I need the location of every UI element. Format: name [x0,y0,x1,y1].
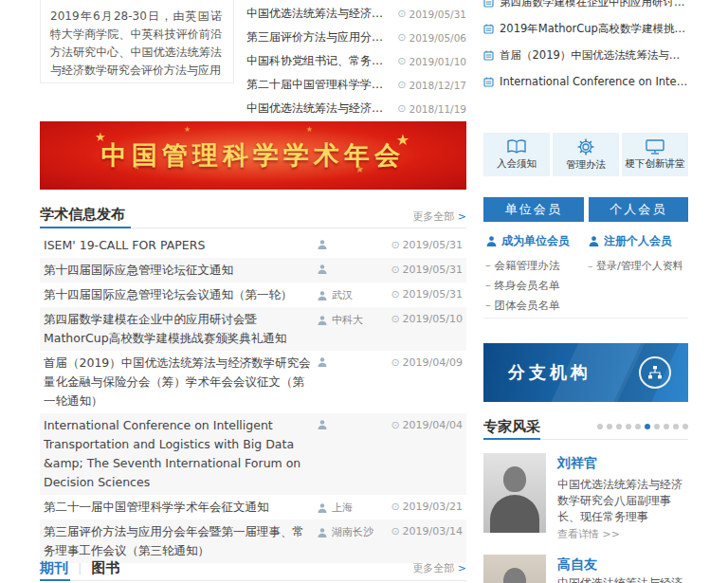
lecture-screen-icon [646,139,664,155]
news-title[interactable]: 第四届数学建模在企业中的应用研讨会暨MathorCup... [500,0,688,9]
table-row[interactable]: 首届（2019）中国优选法统筹法与经济数学研究会量化金融与保险分会（筹）学术年会… [40,351,466,413]
carousel-dot[interactable] [616,424,622,429]
sitemap-icon-circle [639,356,671,389]
table-row[interactable]: International Conference on Intelligent … [40,413,466,495]
register-personal-member-label: 注册个人会员 [604,233,672,249]
news-title[interactable]: 2019年MathorCup高校数学建模挑战赛赛题发布 [500,22,688,36]
notice-location: 湖南长沙 [332,525,373,539]
more-label: 更多全部 [412,210,454,223]
news-list-right: 第四届数学建模在企业中的应用研讨会暨MathorCup... 2019年Math… [483,0,688,95]
quick-link-management[interactable]: 管理办法 [553,133,619,176]
news-item[interactable]: 第三届评价方法与应用分会年会顺利召开 ⊙2019/05/06 [246,26,466,49]
become-unit-member-link[interactable]: 成为单位会员 [485,233,586,249]
news-title[interactable]: 第三届评价方法与应用分会年会顺利召开 [246,29,397,46]
clock-icon: ⊙ [397,56,406,66]
table-row[interactable]: ISEM' 19-CALL FOR PAPERS ⊙2019/05/31 [40,233,466,258]
banner-title: 中国管理科学学术年会 [101,138,405,173]
notice-date-cell: ⊙2019/04/04 [383,416,463,431]
group-member-list-link[interactable]: 团体会员名单 [485,296,586,316]
carousel-dot-active[interactable] [645,424,650,429]
news-item[interactable]: 2019年MathorCup高校数学建模挑战赛赛题发布 [483,15,688,42]
carousel-dot[interactable] [626,424,631,429]
expert-detail-link[interactable]: 查看详情 >> [557,527,620,541]
news-item[interactable]: 中国科协党组书记、常务副主席怀进鹏... ⊙2019/01/10 [246,49,466,73]
news-title[interactable]: 中国优选法统筹法与经济数学研究会工... [246,100,397,117]
lifetime-member-list-link[interactable]: 终身会员名单 [485,276,586,296]
people-icon [317,315,328,326]
notice-title[interactable]: 第二十一届中国管理科学学术年会征文通知 [44,498,317,517]
news-item[interactable]: 中国优选法统筹法与经济数学研究会工... ⊙2018/11/19 [246,97,466,120]
news-title[interactable]: 第二十届中国管理科学学术年会盛大召开 [246,77,397,93]
people-icon [317,419,328,430]
notice-date-cell: ⊙2019/03/14 [383,522,463,537]
section-title: 专家风采 [483,418,540,436]
more-link[interactable]: 更多全部 > [412,561,466,575]
news-title[interactable]: 中国科协党组书记、常务副主席怀进鹏... [246,53,397,69]
notice-title[interactable]: ISEM' 19-CALL FOR PAPERS [44,236,317,255]
notice-title[interactable]: 首届（2019）中国优选法统筹法与经济数学研究会量化金融与保险分会（筹）学术年会… [44,354,317,410]
table-row[interactable]: 第十四届国际应急管理论坛征文通知 ⊙2019/05/31 [40,258,466,282]
people-icon [317,290,328,301]
carousel-dot[interactable] [682,424,688,429]
carousel-dot[interactable] [597,424,603,429]
gear-icon [577,138,594,155]
expert-name[interactable]: 刘祥官 [557,455,597,472]
notice-date-cell: ⊙2019/03/21 [383,498,463,513]
news-date-wrap: ⊙2019/05/06 [397,32,466,44]
carousel-dot[interactable] [664,424,669,429]
login-manage-profile-link[interactable]: 登录/管理个人资料 [588,256,688,276]
expert-name[interactable]: 高自友 [557,556,597,574]
table-row[interactable]: 第二十一届中国管理科学学术年会征文通知 上海 ⊙2019/03/21 [40,495,466,519]
tab-separator: | [78,561,82,575]
notice-date: 2019/03/14 [403,525,463,537]
branch-organizations-banner[interactable]: 分支机构 [483,343,688,402]
more-link[interactable]: 更多全部 > [412,210,466,224]
register-personal-member-link[interactable]: 注册个人会员 [588,233,688,249]
carousel-dot[interactable] [654,424,660,429]
notice-title[interactable]: 第十四届国际应急管理论坛征文通知 [44,261,317,280]
table-row[interactable]: 第十四届国际应急管理论坛会议通知（第一轮） 武汉 ⊙2019/05/31 [40,282,466,307]
notice-date-cell: ⊙2019/04/09 [383,354,463,369]
notice-date: 2019/05/10 [403,313,463,325]
news-title[interactable]: International Conference on Intelligent … [500,75,688,88]
tab-unit-member[interactable]: 单位会员 [483,197,584,222]
quick-link-lecture[interactable]: 梗下创新讲堂 [622,133,688,176]
tab-personal-member[interactable]: 个人会员 [589,197,689,222]
notice-title[interactable]: 第三届评价方法与应用分会年会暨第一届理事、常务理事工作会议（第三轮通知） [44,522,317,560]
star-icon: ★ [306,126,313,134]
notice-title[interactable]: 第十四届国际应急管理论坛会议通知（第一轮） [44,285,317,304]
carousel-dot[interactable] [673,424,679,429]
notice-date: 2019/04/09 [403,356,463,369]
tab-books[interactable]: 图书 [91,559,119,577]
notice-date-cell: ⊙2019/05/31 [383,285,463,301]
news-item[interactable]: 中国优选法统筹法与经济数学研究会九... ⊙2019/05/31 [246,2,466,26]
news-title[interactable]: 中国优选法统筹法与经济数学研究会九... [246,6,397,22]
expert-photo[interactable] [483,453,546,533]
membership-rules-link[interactable]: 会籍管理办法 [485,256,586,276]
notice-title[interactable]: International Conference on Intelligent … [44,416,317,492]
news-item[interactable]: 第二十届中国管理科学学术年会盛大召开 ⊙2018/12/17 [246,73,466,97]
notice-date: 2019/05/31 [403,264,463,276]
quick-links: 入会须知 管理办法 梗下创新讲堂 [483,133,688,176]
clock-icon: ⊙ [391,314,399,324]
people-icon [317,502,328,514]
experts-section-header: 专家风采 [483,415,688,438]
table-row[interactable]: 第三届评价方法与应用分会年会暨第一届理事、常务理事工作会议（第三轮通知） 湖南长… [40,519,466,563]
clock-icon: ⊙ [397,80,406,90]
news-item[interactable]: International Conference on Intelligent … [483,68,688,95]
notice-date: 2019/05/31 [403,288,463,301]
table-row[interactable]: 第四届数学建模在企业中的应用研讨会暨MathorCup高校数学建模挑战赛颁奖典礼… [40,307,466,351]
news-title[interactable]: 首届（2019）中国优选法统筹法与经济数学研究... [500,48,688,63]
quick-link-label: 管理办法 [566,158,606,172]
news-item[interactable]: 首届（2019）中国优选法统筹法与经济数学研究... [483,42,688,68]
conference-banner[interactable]: ★ ★ ★ ★ ★ ★ 中国管理科学学术年会 [40,121,466,190]
notice-title[interactable]: 第四届数学建模在企业中的应用研讨会暨MathorCup高校数学建模挑战赛颁奖典礼… [44,310,317,348]
calendar-icon [483,0,494,8]
carousel-dot[interactable] [635,424,641,429]
quick-link-join-guide[interactable]: 入会须知 [483,133,550,176]
news-item[interactable]: 第四届数学建模在企业中的应用研讨会暨MathorCup... [483,0,688,15]
carousel-dot[interactable] [607,424,612,429]
tab-journals[interactable]: 期刊 [40,559,68,577]
expert-photo[interactable] [483,555,546,583]
membership-body: 成为单位会员 会籍管理办法 终身会员名单 团体会员名单 注册个人会员 登录/管理… [483,226,688,319]
